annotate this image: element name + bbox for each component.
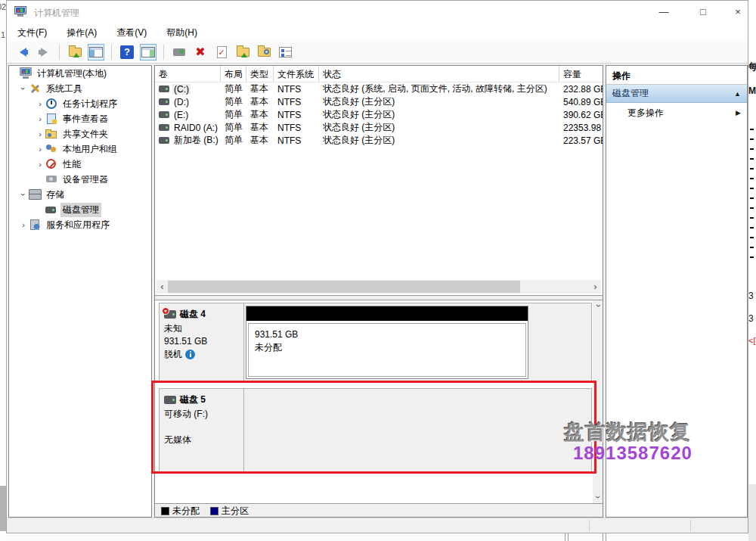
pane-splitter[interactable] [155,295,603,300]
tree-item-system-tools[interactable]: › 系统工具 [9,81,151,96]
background-fragment [0,486,6,531]
volume-table: (C:) 简单 基本 NTFS 状态良好 (系统, 启动, 页面文件, 活动, … [155,82,603,147]
volume-icon [159,137,169,144]
shared-folder-icon [45,128,57,140]
show-console-tree-icon[interactable] [88,44,104,61]
table-row[interactable]: (E:) 简单 基本 NTFS 状态良好 (主分区) 390.62 GB [155,108,603,121]
table-row[interactable]: (D:) 简单 基本 NTFS 状态良好 (主分区) 540.89 GB [155,95,603,108]
disk-type: 未知 [164,322,239,335]
tree-item-storage[interactable]: › 存储 [9,187,151,202]
minimize-button[interactable]: — [646,1,681,23]
tree-item-event-viewer[interactable]: › 事件查看器 [9,111,151,126]
column-filesystem[interactable]: 文件系统 [274,66,319,82]
action-disk-management[interactable]: 磁盘管理 ▲ [606,85,747,103]
search-folder-icon[interactable] [256,44,272,61]
background-fragment [748,484,756,541]
volume-icon [159,98,169,105]
partition-legend: 未分配 主分区 [155,503,603,518]
action-more-actions[interactable]: 更多操作 ▶ [606,103,747,123]
collapse-icon[interactable]: ▲ [734,90,741,98]
column-volume[interactable]: 卷 [155,66,221,82]
computer-icon [14,6,26,17]
export-folder-icon[interactable] [234,44,251,61]
users-icon [45,143,57,155]
services-icon [29,219,41,231]
tree-item-computer-management[interactable]: 计算机管理(本地) [9,66,151,81]
chevron-down-icon[interactable]: › [19,189,28,200]
partition-size: 931.51 GB [255,328,519,341]
background-fragment [750,129,754,259]
scroll-down-icon[interactable]: › [593,492,603,503]
menu-help[interactable]: 帮助(H) [166,26,197,39]
back-icon[interactable] [14,44,31,61]
scroll-left-icon[interactable]: ‹ [156,280,168,294]
volume-icon [159,86,169,92]
chevron-right-icon[interactable]: › [35,99,45,108]
table-row[interactable]: (C:) 简单 基本 NTFS 状态良好 (系统, 启动, 页面文件, 活动, … [155,82,603,95]
chevron-right-icon[interactable]: › [35,145,45,154]
close-button[interactable]: × [720,1,755,23]
scroll-right-icon[interactable]: › [590,280,601,294]
horizontal-scrollbar[interactable]: ‹ › [156,280,601,294]
chevron-right-icon[interactable]: › [35,160,45,169]
menu-view[interactable]: 查看(V) [116,26,147,39]
menu-file[interactable]: 文件(F) [17,26,47,39]
statusbar [7,518,748,533]
toolbar-separator [111,45,112,60]
legend-black-square [161,507,169,515]
scroll-up-icon[interactable]: ‹ [593,300,603,312]
watermark-text: 盘首数据恢复 [564,418,691,446]
computer-icon [20,67,32,79]
tree-item-device-manager[interactable]: 设备管理器 [9,172,151,187]
column-layout[interactable]: 布局 [221,66,246,82]
tree-item-performance[interactable]: › 性能 [9,157,151,172]
up-folder-icon[interactable] [67,44,83,61]
storage-icon [29,188,41,201]
disk-4-row[interactable]: 磁盘 4 未知 931.51 GB 脱机 931.51 [159,303,592,383]
column-type[interactable]: 类型 [246,66,274,82]
delete-icon[interactable]: ✖ [192,44,209,61]
expand-right-icon[interactable]: ▶ [736,109,741,117]
tree-item-local-users-groups[interactable]: › 本地用户和组 [9,141,151,157]
device-icon[interactable] [171,44,187,61]
background-strip-right: 每 M 3 3 <[ [748,0,756,541]
help-icon[interactable]: ? [119,44,135,61]
screen: 02 1 每 M 3 3 <[ 计算机管理 — □ × 文件 [0,0,756,541]
legend-navy-square [210,507,218,515]
forward-icon[interactable] [36,44,52,61]
column-status[interactable]: 状态 [319,66,559,82]
menubar: 文件(F) 操作(A) 查看(V) 帮助(H) [7,23,748,42]
table-row[interactable]: RAID0 (A:) 简单 基本 NTFS 状态良好 (主分区) 22353.9… [155,121,603,134]
partition-color-band [246,306,528,321]
clock-icon [45,98,57,110]
chevron-right-icon[interactable]: › [18,220,29,229]
event-viewer-icon [45,113,57,125]
volume-icon [159,124,169,131]
table-row[interactable]: 新加卷 (B:) 简单 基本 NTFS 状态良好 (主分区) 223.57 GB [155,134,603,147]
checklist-icon[interactable] [277,44,293,61]
tree-item-disk-management[interactable]: 磁盘管理 [9,202,151,217]
disk-icon [45,204,57,216]
actions-header: 操作 [606,66,747,85]
window-title: 计算机管理 [34,7,79,20]
offline-badge-icon [162,307,169,315]
tree-item-services-applications[interactable]: › 服务和应用程序 [9,217,151,232]
chevron-right-icon[interactable]: › [35,129,45,138]
column-capacity[interactable]: 容量 [559,66,603,82]
disk-4-label[interactable]: 磁盘 4 未知 931.51 GB 脱机 [160,303,244,382]
background-strip-bottom [6,533,748,541]
check-document-icon[interactable]: ✓ [213,44,230,61]
background-fragment: 02 [0,2,6,11]
partition-label: 未分配 [255,341,519,354]
menu-action[interactable]: 操作(A) [67,26,97,39]
chevron-right-icon[interactable]: › [35,114,45,123]
tree-item-shared-folders[interactable]: › 共享文件夹 [9,126,151,141]
unallocated-partition[interactable]: 931.51 GB 未分配 [246,306,528,379]
maximize-button[interactable]: □ [686,1,720,23]
show-action-pane-icon[interactable] [140,44,156,61]
info-icon[interactable] [185,350,195,359]
scrollbar-thumb[interactable] [168,281,520,293]
chevron-down-icon[interactable]: › [19,83,28,94]
tree-item-task-scheduler[interactable]: › 任务计划程序 [9,96,151,111]
watermark-phone: 18913587620 [573,443,692,464]
